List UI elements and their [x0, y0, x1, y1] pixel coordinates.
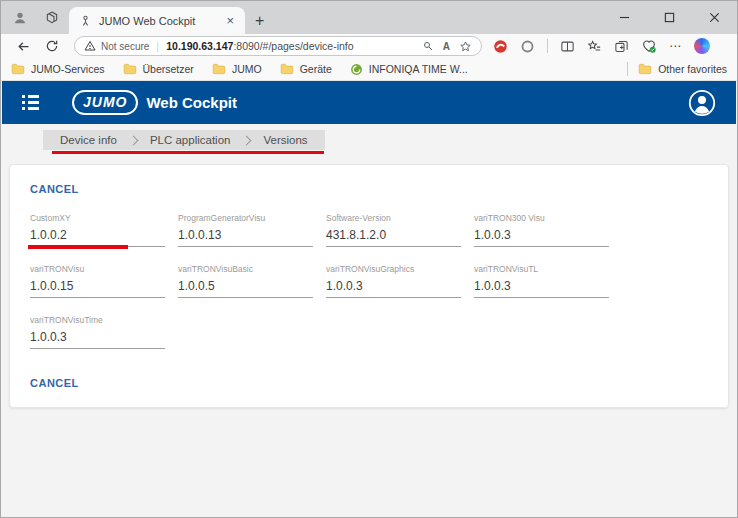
field-varitronvisutl: variTRONVisuTL 1.0.0.3: [474, 264, 609, 298]
field-programgeneratorvisu: ProgramGeneratorVisu 1.0.0.13: [178, 213, 313, 247]
field-customxy: CustomXY 1.0.0.2: [30, 213, 165, 247]
maximize-button[interactable]: [647, 1, 692, 34]
browser-toolbar: Not secure | 10.190.63.147:8090/#/pages/…: [1, 34, 737, 58]
annotation-underline-breadcrumb: [52, 151, 324, 154]
address-divider: |: [154, 40, 161, 52]
chevron-right-icon: [128, 135, 138, 145]
extension-gray-icon[interactable]: [520, 39, 535, 54]
menu-list-icon[interactable]: [22, 95, 40, 110]
address-bar[interactable]: Not secure | 10.190.63.147:8090/#/pages/…: [74, 36, 482, 56]
tab-strip: JUMO Web Cockpit × +: [1, 1, 737, 34]
bookmark-folder-jumo[interactable]: JUMO: [212, 63, 262, 75]
refresh-icon[interactable]: [45, 39, 59, 53]
profile-icon[interactable]: [9, 7, 31, 29]
new-tab-button[interactable]: +: [245, 12, 274, 34]
minimize-button[interactable]: [602, 1, 647, 34]
browser-tab[interactable]: JUMO Web Cockpit ×: [69, 7, 245, 34]
more-menu-icon[interactable]: ⋯: [669, 39, 682, 53]
toolbar-divider: [547, 39, 548, 53]
field-varitronvisu: variTRONVisu 1.0.0.15: [30, 264, 165, 298]
bookmark-infoniqa[interactable]: INFONIQA TIME W...: [350, 63, 468, 76]
app-header: JUMO Web Cockpit: [2, 81, 736, 124]
copilot-icon[interactable]: [694, 38, 710, 54]
url-text[interactable]: 10.190.63.147:8090/#/pages/device-info: [166, 40, 353, 52]
breadcrumb-device-info[interactable]: Device info: [49, 134, 128, 146]
favorites-bar-icon[interactable]: [587, 39, 602, 54]
cancel-link-top[interactable]: CANCEL: [30, 183, 79, 195]
app-title: Web Cockpit: [146, 94, 237, 111]
bookmarks-divider: [627, 62, 628, 76]
web-page: JUMO Web Cockpit Device info PLC applica…: [2, 81, 736, 516]
chevron-right-icon: [242, 135, 252, 145]
tab-favicon: [79, 14, 92, 27]
workspaces-icon[interactable]: [41, 7, 63, 29]
url-path: :8090/#/pages/device-info: [233, 40, 353, 52]
versions-card: CANCEL CustomXY 1.0.0.2 ProgramGenerator…: [9, 164, 729, 408]
browser-window: JUMO Web Cockpit × + Not sec: [0, 0, 738, 518]
cancel-link-bottom[interactable]: CANCEL: [30, 377, 79, 389]
field-varitronvisugraphics: variTRONVisuGraphics 1.0.0.3: [326, 264, 461, 298]
bookmark-folder-uebersetzer[interactable]: Übersetzer: [123, 63, 194, 75]
extension-red-icon[interactable]: [493, 39, 508, 54]
other-favorites-folder[interactable]: Other favorites: [638, 63, 727, 75]
field-varitronvisutime: variTRONVisuTime 1.0.0.3: [30, 315, 165, 349]
favorite-star-icon[interactable]: [459, 40, 472, 53]
user-avatar-icon[interactable]: [688, 89, 716, 117]
breadcrumb-plc-application[interactable]: PLC application: [139, 134, 242, 146]
breadcrumb: Device info PLC application Versions: [43, 130, 325, 150]
bookmark-folder-geraete[interactable]: Geräte: [280, 63, 332, 75]
immersive-reader-icon[interactable]: A: [443, 41, 450, 52]
search-icon[interactable]: [422, 40, 434, 52]
version-fields: CustomXY 1.0.0.2 ProgramGeneratorVisu 1.…: [30, 213, 708, 349]
annotation-underline-value: [28, 245, 128, 249]
split-screen-icon[interactable]: [560, 39, 575, 54]
security-label[interactable]: Not secure: [101, 41, 149, 52]
toolbar-extensions: ⋯: [493, 38, 710, 54]
tab-title: JUMO Web Cockpit: [99, 15, 216, 27]
field-varitronvisubasic: variTRONVisuBasic 1.0.0.5: [178, 264, 313, 298]
back-icon[interactable]: [16, 39, 31, 54]
jumo-logo: JUMO: [72, 90, 138, 115]
bookmark-folder-jumo-services[interactable]: JUMO-Services: [11, 63, 105, 75]
field-varitron300-visu: variTRON300 Visu 1.0.0.3: [474, 213, 609, 247]
bookmarks-bar: JUMO-Services Übersetzer JUMO Geräte INF…: [1, 58, 737, 81]
browser-essentials-icon[interactable]: [641, 38, 657, 54]
tab-close-icon[interactable]: ×: [223, 14, 237, 27]
close-button[interactable]: [692, 1, 737, 34]
collections-icon[interactable]: [614, 39, 629, 54]
not-secure-warning-icon: [84, 40, 96, 52]
url-host: 10.190.63.147: [166, 40, 233, 52]
breadcrumb-versions[interactable]: Versions: [252, 134, 318, 146]
window-controls: [602, 1, 737, 34]
field-software-version: Software-Version 431.8.1.2.0: [326, 213, 461, 247]
